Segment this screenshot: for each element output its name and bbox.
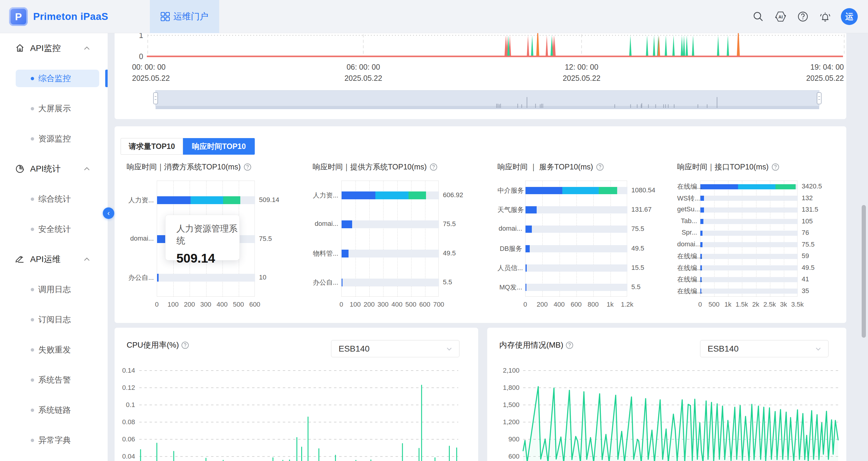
cpu-node-select[interactable]: ESB140 (331, 340, 460, 357)
y-axis-tick: 0.12 (115, 384, 135, 392)
bar-segment (701, 219, 703, 224)
bar-value-label: 5.5 (443, 278, 452, 286)
sidebar-item-资源监控[interactable]: 资源监控 (0, 124, 107, 154)
memory-node-select[interactable]: ESB140 (700, 340, 829, 357)
sidebar-group-API运维[interactable]: API运维 (0, 244, 107, 274)
bar-category-label: MQ发... (497, 283, 522, 292)
bullet-dot-icon (31, 439, 34, 442)
bar-category-label: 在线编... (677, 252, 697, 261)
bar-category-label: 办公自... (313, 278, 338, 287)
vertical-scrollbar[interactable] (862, 205, 866, 338)
bar-segment (526, 265, 527, 272)
tooltip-title: 人力资源管理系统 (176, 223, 239, 247)
x-axis-tick: 0 (698, 301, 702, 308)
search-icon[interactable] (752, 10, 765, 23)
y-axis-tick: 0.06 (115, 435, 135, 443)
bar-plot-area[interactable] (700, 181, 798, 297)
bar-category-label: domai... (677, 240, 697, 248)
y-axis-tick: 2,100 (487, 367, 520, 374)
x-axis-tick: 0 (155, 301, 159, 308)
sidebar-group-API监控[interactable]: API监控 (0, 33, 107, 63)
bar-category-label: 人力资... (313, 191, 338, 200)
x-axis-tick: 500 (709, 301, 720, 308)
bar-segment (526, 225, 532, 233)
user-avatar[interactable]: 运 (841, 8, 858, 25)
bar-track (342, 250, 439, 257)
help-icon[interactable] (430, 163, 437, 171)
bullet-dot-icon (31, 107, 34, 110)
bar-category-label: domai... (313, 220, 338, 228)
bar-value-label: 75.5 (259, 235, 272, 243)
bar-category-label: WS转... (677, 194, 697, 203)
help-icon[interactable] (244, 163, 251, 171)
bullet-dot-icon (31, 77, 34, 80)
bar-track (526, 265, 627, 272)
y-axis-tick: 1,500 (487, 401, 520, 409)
help-icon[interactable] (796, 10, 809, 23)
bar-plot-area[interactable] (341, 181, 439, 297)
bar-value-label: 75.5 (443, 220, 456, 228)
x-axis-tick: 1k (607, 301, 614, 308)
x-axis-tick: 400 (391, 301, 402, 308)
sidebar-group-API统计[interactable]: API统计 (0, 154, 107, 184)
bell-icon[interactable] (818, 10, 832, 23)
chart-tooltip: 人力资源管理系统 509.14 (165, 215, 240, 260)
pie-icon (15, 164, 25, 174)
sidebar-item-label: 调用日志 (38, 284, 71, 295)
portal-tab-label: 运维门户 (173, 10, 208, 23)
sidebar-item-综合统计[interactable]: 综合统计 (0, 184, 107, 214)
bar-category-label: Spr... (677, 228, 697, 236)
sidebar-item-异常字典[interactable]: 异常字典 (0, 425, 107, 455)
sidebar-item-失败重发[interactable]: 失败重发 (0, 335, 107, 365)
brush-handle[interactable] (817, 93, 821, 104)
bullet-dot-icon (31, 408, 34, 412)
memory-chart[interactable] (487, 362, 846, 461)
bar-segment (701, 242, 703, 247)
help-icon[interactable] (566, 341, 574, 349)
sidebar-item-大屏展示[interactable]: 大屏展示 (0, 93, 107, 124)
bar-segment (408, 191, 426, 199)
help-icon[interactable] (181, 341, 189, 349)
tooltip-value: 509.14 (176, 251, 239, 266)
bar-segment (701, 230, 703, 236)
top-header: P Primeton iPaaS 运维门户 (0, 0, 868, 33)
sidebar-item-订阅日志[interactable]: 订阅日志 (0, 305, 107, 335)
y-axis-tick: 0.08 (115, 418, 135, 426)
sidebar-item-label: 大屏展示 (38, 103, 71, 114)
bar-plot-area[interactable] (525, 181, 627, 297)
gridline (560, 181, 560, 296)
help-icon[interactable] (596, 163, 604, 171)
chevron-up-icon (83, 44, 91, 52)
app-logo-icon: P (9, 7, 28, 26)
bar-segment (342, 279, 342, 286)
bar-segment (526, 245, 530, 252)
help-icon[interactable] (772, 163, 779, 171)
timeline-card: 1 0 00: 00: 002025.05.22 06: 00: 002025.… (115, 33, 846, 119)
sidebar-item-综合监控[interactable]: 综合监控 (0, 63, 107, 93)
bullet-dot-icon (31, 228, 34, 231)
bar-category-label: 人力资... (127, 196, 154, 205)
sidebar-group-label: API监控 (30, 42, 61, 54)
sidebar-item-安全统计[interactable]: 安全统计 (0, 214, 107, 244)
timeline-chart[interactable] (115, 33, 846, 119)
sidebar-collapse-button[interactable]: ‹ (103, 208, 114, 219)
timeline-xlabel: 12: 00: 002025.05.22 (563, 62, 600, 84)
chart-title: 响应时间｜接口TOP10(ms) (677, 162, 779, 172)
brush-handle[interactable] (153, 93, 158, 104)
bar-value-label: 3420.5 (802, 182, 822, 190)
ai-assistant-icon[interactable]: AI (774, 10, 787, 23)
bar-value-label: 35 (802, 287, 809, 295)
sidebar-item-调用日志[interactable]: 调用日志 (0, 274, 107, 305)
tab-ops-portal[interactable]: 运维门户 (150, 0, 219, 33)
cpu-chart[interactable] (115, 362, 478, 461)
sidebar-item-系统告警[interactable]: 系统告警 (0, 365, 107, 395)
y-axis-tick: 900 (487, 435, 520, 443)
timeline-xlabel: 00: 00: 002025.05.22 (132, 62, 170, 84)
bar-value-label: 59 (802, 252, 809, 260)
sidebar-item-系统链路[interactable]: 系统链路 (0, 395, 107, 425)
bar-track (526, 225, 627, 233)
timeline-xlabel: 19: 04: 002025.05.22 (806, 62, 844, 84)
bar-segment (223, 196, 240, 204)
bar-segment (738, 184, 776, 189)
sidebar-item-label: 失败重发 (38, 344, 71, 355)
